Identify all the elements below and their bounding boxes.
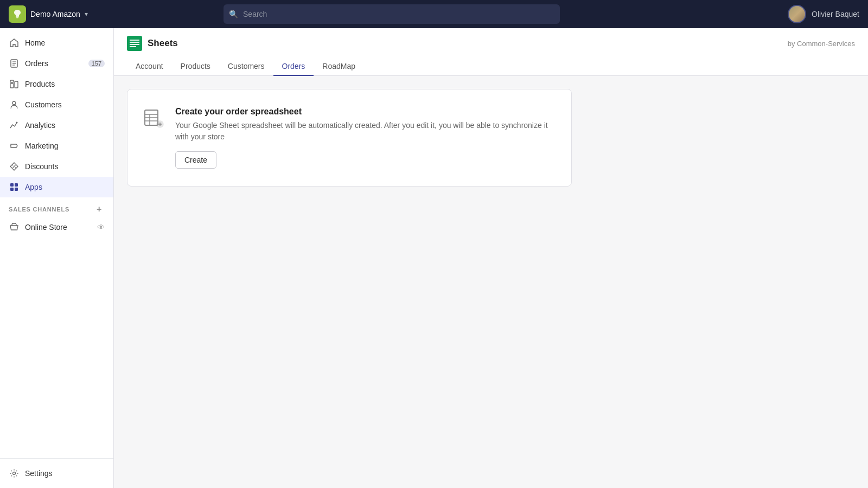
svg-rect-20 [127, 36, 142, 51]
svg-rect-23 [130, 44, 139, 45]
home-icon [9, 37, 20, 48]
sidebar-item-label: Settings [25, 469, 53, 478]
top-nav: Demo Amazon ▾ 🔍 Olivier Baquet [0, 0, 868, 28]
tab-orders[interactable]: Orders [273, 57, 314, 76]
sidebar-item-home[interactable]: Home [0, 33, 113, 53]
products-icon [9, 79, 20, 89]
sidebar-item-analytics[interactable]: Analytics [0, 115, 113, 136]
discounts-icon [9, 161, 20, 172]
tab-customers[interactable]: Customers [219, 57, 273, 76]
card-title: Create your order spreadsheet [175, 107, 556, 117]
brand-logo [9, 5, 26, 23]
sidebar-item-label: Products [25, 80, 55, 88]
svg-rect-22 [130, 42, 139, 43]
sidebar-item-label: Apps [25, 183, 42, 191]
spreadsheet-icon [143, 107, 164, 129]
avatar[interactable] [788, 5, 806, 23]
avatar-image [789, 6, 805, 22]
sidebar-item-label: Discounts [25, 162, 58, 171]
sales-channels-label: SALES CHANNELS [9, 206, 69, 213]
tab-roadmap[interactable]: RoadMap [314, 57, 364, 76]
sales-channels-section: SALES CHANNELS + [0, 197, 113, 217]
sidebar-item-apps[interactable]: Apps [0, 177, 113, 197]
sidebar-item-marketing[interactable]: Marketing [0, 136, 113, 156]
tab-products[interactable]: Products [172, 57, 219, 76]
layout: Home Orders 157 Products Customers [0, 28, 868, 488]
brand-area[interactable]: Demo Amazon ▾ [9, 5, 106, 23]
sidebar-item-customers[interactable]: Customers [0, 94, 113, 115]
sidebar-item-label: Analytics [25, 121, 55, 130]
sidebar-item-orders[interactable]: Orders 157 [0, 53, 113, 74]
sidebar-item-label: Orders [25, 59, 48, 68]
eye-icon[interactable]: 👁 [97, 223, 105, 232]
svg-point-13 [12, 165, 14, 166]
svg-rect-24 [130, 46, 136, 47]
sidebar-item-label: Online Store [25, 223, 67, 232]
svg-point-19 [13, 472, 16, 475]
by-label: by Common-Services [788, 40, 855, 48]
content-area: Create your order spreadsheet Your Googl… [114, 76, 868, 200]
marketing-icon [9, 140, 20, 151]
brand-name: Demo Amazon [30, 10, 80, 18]
sidebar-bottom: Settings [0, 458, 113, 484]
sidebar-item-online-store[interactable]: Online Store 👁 [0, 217, 113, 237]
user-name: Olivier Baquet [812, 10, 859, 18]
tab-account[interactable]: Account [127, 57, 172, 76]
user-area: Olivier Baquet [788, 5, 859, 23]
app-title-left: Sheets [127, 36, 178, 51]
svg-point-10 [16, 122, 18, 124]
svg-point-14 [15, 168, 16, 169]
svg-rect-21 [130, 40, 139, 41]
app-title-row: Sheets by Common-Services [127, 36, 855, 51]
svg-rect-17 [10, 188, 14, 191]
apps-icon [9, 182, 20, 192]
sidebar-item-discounts[interactable]: Discounts [0, 156, 113, 177]
sidebar-item-settings[interactable]: Settings [0, 463, 113, 484]
brand-chevron-icon: ▾ [85, 10, 88, 18]
main-content: Sheets by Common-Services Account Produc… [114, 28, 868, 488]
app-title: Sheets [148, 38, 178, 49]
sidebar-item-products[interactable]: Products [0, 74, 113, 94]
orders-badge: 157 [88, 60, 105, 67]
sidebar: Home Orders 157 Products Customers [0, 28, 114, 488]
card-body: Create your order spreadsheet Your Googl… [175, 107, 556, 169]
settings-icon [9, 468, 20, 479]
svg-rect-16 [15, 183, 18, 187]
orders-icon [9, 58, 20, 69]
online-store-icon [9, 222, 20, 233]
svg-rect-8 [10, 80, 14, 82]
orders-spreadsheet-card: Create your order spreadsheet Your Googl… [127, 89, 572, 187]
svg-rect-1 [16, 17, 18, 18]
sidebar-item-label: Customers [25, 100, 62, 109]
customers-icon [9, 99, 20, 110]
svg-point-9 [12, 101, 16, 105]
svg-line-12 [13, 165, 16, 168]
svg-rect-7 [15, 81, 18, 88]
app-header: Sheets by Common-Services Account Produc… [114, 28, 868, 76]
analytics-icon [9, 120, 20, 131]
add-sales-channel-button[interactable]: + [94, 204, 105, 215]
svg-rect-0 [16, 16, 19, 17]
svg-rect-6 [10, 84, 14, 88]
sidebar-item-label: Home [25, 38, 45, 47]
svg-rect-15 [10, 183, 14, 187]
svg-rect-18 [15, 188, 18, 191]
sidebar-item-label: Marketing [25, 142, 58, 150]
card-desc: Your Google Sheet spreadsheet will be au… [175, 120, 556, 143]
create-button[interactable]: Create [175, 151, 216, 169]
search-input[interactable] [224, 4, 560, 24]
search-bar: 🔍 [224, 4, 560, 24]
sheets-icon [127, 36, 142, 51]
tabs: Account Products Customers Orders RoadMa… [127, 57, 855, 75]
